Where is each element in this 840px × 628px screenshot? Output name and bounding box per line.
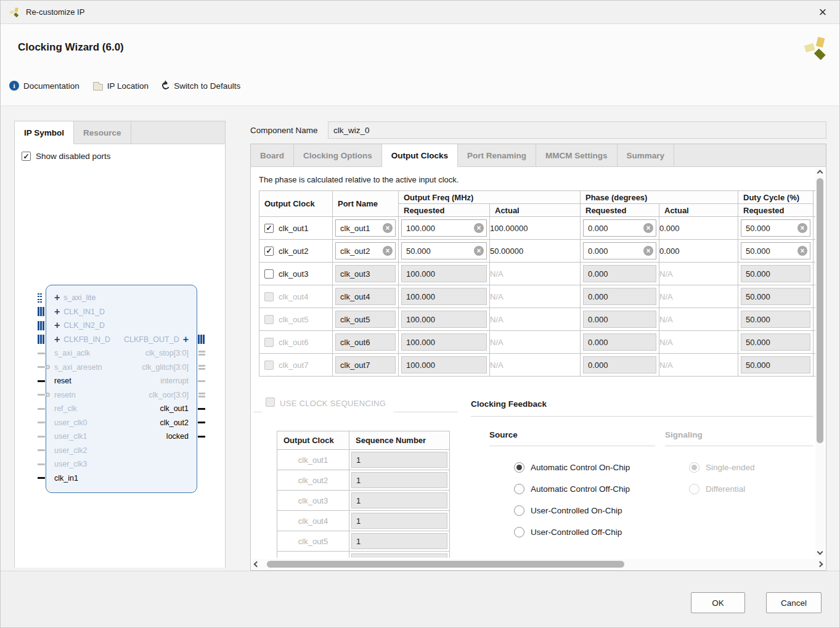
toolbar-documentation[interactable]: Documentation xyxy=(9,81,80,91)
sequence-row-clk-out5: clk_out51 xyxy=(277,531,450,552)
radio-label: Single-ended xyxy=(706,463,755,472)
expand-plus-icon[interactable]: + xyxy=(183,335,189,345)
port-name-field[interactable]: clk_out1 xyxy=(335,219,396,237)
phase-requested-field: 0.000 xyxy=(583,333,656,351)
port-name-field[interactable]: clk_out2 xyxy=(335,242,396,259)
col-output-clock: Output Clock xyxy=(259,191,333,217)
port-user-clk2: user_clk2 xyxy=(46,444,197,458)
interface-stub-icon xyxy=(38,307,45,316)
clock-enable-checkbox[interactable] xyxy=(264,247,274,256)
port-name-field: clk_out5 xyxy=(335,311,396,328)
duty-requested-field[interactable]: 50.000 xyxy=(741,219,810,237)
clear-icon[interactable] xyxy=(383,223,393,233)
clear-icon[interactable] xyxy=(797,223,807,233)
clear-icon[interactable] xyxy=(474,246,484,256)
wire-stub-icon xyxy=(198,350,205,356)
freq-requested-field: 100.000 xyxy=(401,265,487,282)
freq-actual-value: N/A xyxy=(490,263,581,285)
port-label: clk_glitch[3:0] xyxy=(142,363,189,372)
phase-requested-field[interactable]: 0.000 xyxy=(583,219,656,237)
wire-stub-icon xyxy=(198,392,205,398)
scroll-down-icon[interactable] xyxy=(817,549,823,555)
tab-port-renaming[interactable]: Port Renaming xyxy=(458,144,536,166)
ok-button[interactable]: OK xyxy=(691,592,745,613)
vertical-scroll-thumb[interactable] xyxy=(817,178,823,443)
tab-board[interactable]: Board xyxy=(251,144,294,166)
clocking-feedback-section: Clocking Feedback Source Signaling Autom… xyxy=(471,398,814,558)
clear-icon[interactable] xyxy=(643,246,653,256)
radio-icon xyxy=(514,462,524,473)
radio-icon xyxy=(514,484,524,494)
clock-enable-checkbox[interactable] xyxy=(264,224,274,233)
scroll-left-icon[interactable] xyxy=(254,561,260,567)
expand-plus-icon[interactable]: + xyxy=(54,320,60,330)
scroll-right-icon[interactable] xyxy=(817,561,823,567)
freq-requested-field[interactable]: 100.000 xyxy=(401,219,487,237)
source-option-user-controlled-on-chip[interactable]: User-Controlled On-Chip xyxy=(514,500,630,521)
clock-enable-checkbox xyxy=(264,361,274,370)
field-value: 1 xyxy=(356,496,361,505)
phase-actual-value: 0.000 xyxy=(659,240,738,263)
port-label: interrupt xyxy=(160,377,189,385)
show-disabled-ports-checkbox[interactable] xyxy=(22,152,31,161)
tab-resource[interactable]: Resource xyxy=(74,121,131,144)
toolbar-switch-to-defaults[interactable]: Switch to Defaults xyxy=(162,81,240,91)
duty-requested-field[interactable]: 50.000 xyxy=(741,242,810,259)
col-group-phase: Phase (degrees) xyxy=(581,191,738,204)
phase-requested-field[interactable]: 0.000 xyxy=(583,242,656,259)
source-option-user-controlled-off-chip[interactable]: User-Controlled Off-Chip xyxy=(514,521,630,543)
sequence-clock-label: clk_out4 xyxy=(277,511,349,531)
tab-summary[interactable]: Summary xyxy=(618,144,675,166)
expand-plus-icon[interactable]: + xyxy=(54,293,60,303)
phase-requested-field: 0.000 xyxy=(583,356,656,373)
port-clk-oor-3-0: clk_oor[3:0] xyxy=(46,388,197,402)
group-line xyxy=(394,412,458,412)
col-group-duty: Duty Cycle (%) xyxy=(738,191,813,204)
phase-actual-value: 0.000 xyxy=(659,217,738,240)
output-clocks-tab-content: The phase is calculated relative to the … xyxy=(251,167,826,558)
port-interrupt: interrupt xyxy=(46,374,197,388)
toolbar-ip-location[interactable]: IP Location xyxy=(93,81,149,91)
horizontal-scroll-thumb[interactable] xyxy=(267,561,624,568)
tab-ip-symbol[interactable]: IP Symbol xyxy=(15,121,74,144)
phase-actual-value: N/A xyxy=(659,285,738,308)
source-option-automatic-control-on-chip[interactable]: Automatic Control On-Chip xyxy=(514,457,630,478)
source-option-automatic-control-off-chip[interactable]: Automatic Control Off-Chip xyxy=(514,478,630,500)
duty-requested-field: 50.000 xyxy=(741,288,810,305)
tab-output-clocks[interactable]: Output Clocks xyxy=(382,144,458,167)
sequence-row-clk-out6: clk_out61 xyxy=(277,552,450,558)
divider xyxy=(489,446,655,446)
sequence-clock-label: clk_out6 xyxy=(277,552,349,558)
output-clock-row-clk-out1: clk_out1clk_out1100.000100.000000.0000.0… xyxy=(259,217,816,240)
tab-clocking-options[interactable]: Clocking Options xyxy=(294,144,382,166)
col-duty-requested: Requested xyxy=(738,204,813,217)
freq-requested-field: 100.000 xyxy=(401,356,487,373)
sequence-number-field: 1 xyxy=(351,513,447,529)
clear-icon[interactable] xyxy=(474,223,484,233)
toolbar: DocumentationIP LocationSwitch to Defaul… xyxy=(9,81,240,91)
scroll-up-icon[interactable] xyxy=(817,170,823,176)
component-name-field[interactable]: clk_wiz_0 xyxy=(328,121,826,139)
cancel-button[interactable]: Cancel xyxy=(766,592,822,613)
left-panel-tabs: IP SymbolResource xyxy=(15,121,225,144)
expand-plus-icon[interactable]: + xyxy=(54,307,60,317)
tab-mmcm-settings[interactable]: MMCM Settings xyxy=(536,144,618,166)
field-value: 50.000 xyxy=(746,292,770,301)
clock-enable-checkbox[interactable] xyxy=(264,269,274,279)
port-label: s_axi_lite xyxy=(63,293,96,302)
horizontal-scrollbar[interactable] xyxy=(252,559,825,569)
show-disabled-ports[interactable]: Show disabled ports xyxy=(22,152,111,161)
clear-icon[interactable] xyxy=(643,223,653,233)
radio-icon xyxy=(689,462,699,473)
freq-requested-field[interactable]: 50.000 xyxy=(401,242,487,259)
freq-actual-value: 50.00000 xyxy=(490,240,581,263)
refresh-icon xyxy=(161,81,170,90)
use-clock-sequencing-label: USE CLOCK SEQUENCING xyxy=(280,399,386,408)
clear-icon[interactable] xyxy=(797,246,807,256)
ip-symbol-panel: IP SymbolResource Show disabled ports +s… xyxy=(14,121,226,568)
clear-icon[interactable] xyxy=(383,246,393,256)
port-label: CLK_IN2_D xyxy=(63,321,105,330)
interface-stub-icon xyxy=(38,335,45,344)
vertical-scrollbar[interactable] xyxy=(815,168,825,557)
close-icon[interactable]: × xyxy=(815,4,831,20)
